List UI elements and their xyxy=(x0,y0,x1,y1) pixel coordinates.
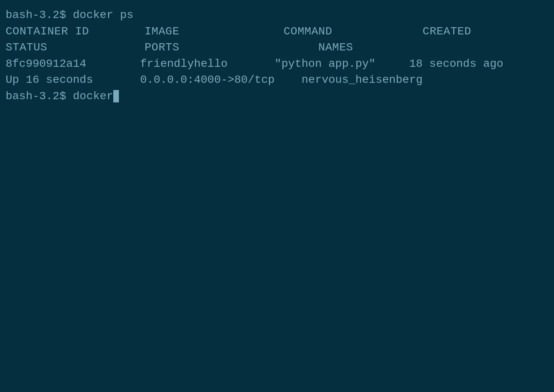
table-header-line1: CONTAINER ID IMAGE COMMAND CREATED xyxy=(6,24,548,40)
cursor-blink xyxy=(113,90,119,102)
table-row-data2: Up 16 seconds 0.0.0.0:4000->80/tcp nervo… xyxy=(6,72,548,88)
terminal-window[interactable]: bash-3.2$ docker ps CONTAINER ID IMAGE C… xyxy=(6,7,548,385)
table-row-data1: 8fc990912a14 friendlyhello "python app.p… xyxy=(6,56,548,72)
table-header-line2: STATUS PORTS NAMES xyxy=(6,40,548,56)
command-line-2: bash-3.2$ docker xyxy=(6,88,548,105)
command-line-1: bash-3.2$ docker ps xyxy=(6,7,548,24)
